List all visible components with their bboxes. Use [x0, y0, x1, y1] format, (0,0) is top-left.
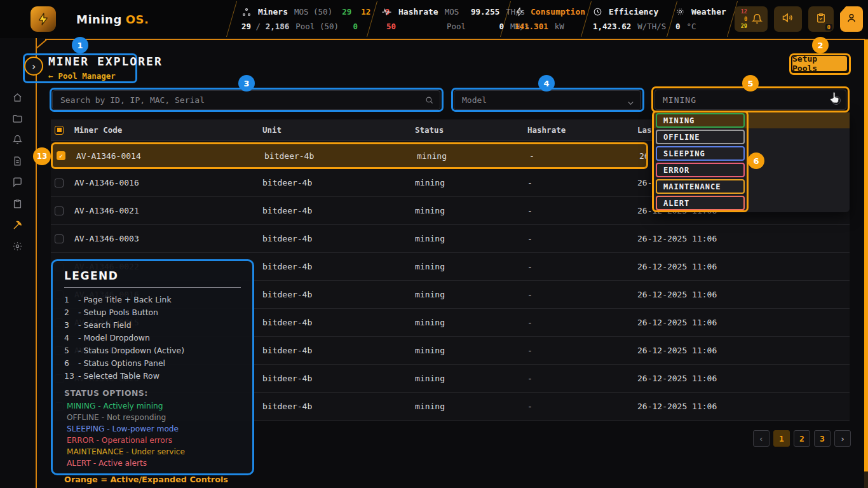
callout-badge-2: 2: [812, 37, 829, 53]
miners-total: 2,186: [266, 22, 290, 31]
legend-item: 1- Page Title + Back Link: [64, 294, 241, 306]
row-checkbox[interactable]: ✓: [57, 151, 65, 160]
callout-badge-6: 6: [748, 152, 764, 169]
sidebar-chat-icon[interactable]: [12, 177, 23, 190]
sidebar-settings-icon[interactable]: [12, 241, 23, 254]
status-option-sleeping[interactable]: SLEEPING: [656, 146, 745, 161]
bell-icon: [751, 13, 763, 27]
legend-item: 2- Setup Pools Button: [64, 306, 241, 319]
legend-status: ERROR - Operational errors: [64, 435, 241, 446]
header-divider: [226, 1, 237, 37]
miners-label: Miners: [258, 7, 288, 17]
tasks-badge: 0: [825, 24, 832, 30]
frame-bar-right: [864, 39, 868, 471]
miners-pool-green: 0: [345, 22, 358, 31]
sidebar-mining-icon[interactable]: [12, 219, 24, 233]
brand-name: Mining: [76, 13, 122, 26]
cell-unit: bitdeer-4b: [262, 290, 415, 299]
notification-count: 29: [737, 23, 747, 30]
brand-suffix: OS.: [126, 13, 149, 26]
pagination: ‹ 123 ›: [753, 430, 851, 447]
page-button-2[interactable]: 2: [794, 430, 810, 447]
notifications-button[interactable]: 12029: [735, 6, 768, 32]
weather-label: Weather: [691, 7, 726, 17]
sidebar-home-icon[interactable]: [12, 92, 23, 105]
callout-badge-5: 5: [742, 75, 759, 92]
cell-status: mining: [415, 402, 527, 411]
page-button-1[interactable]: 1: [773, 430, 790, 447]
status-option-offline[interactable]: OFFLINE: [656, 130, 745, 144]
cell-status: mining: [415, 318, 527, 327]
miners-mos-orange: 12: [358, 7, 370, 17]
indeterminate-mark: [57, 128, 62, 132]
sidebar-folder-icon[interactable]: [12, 113, 23, 126]
announcements-button[interactable]: [774, 6, 802, 32]
legend-status: MINING - Actively mining: [64, 400, 241, 412]
cell-status: mining: [415, 374, 527, 383]
sidebar-collapse-button[interactable]: ›: [24, 57, 43, 76]
table-row[interactable]: AV-A1346-0003bitdeer-4bmining-26-12-2025…: [51, 225, 850, 253]
miners-mos-green: 29: [339, 7, 351, 17]
next-page-button[interactable]: ›: [834, 430, 851, 447]
tasks-button[interactable]: 0: [808, 6, 834, 32]
weather-value: 0: [675, 22, 681, 31]
app-logo[interactable]: MiningOS.: [31, 6, 149, 32]
prev-page-button[interactable]: ‹: [753, 430, 770, 447]
search-field[interactable]: [52, 90, 440, 110]
search-input[interactable]: [53, 95, 440, 105]
status-option-maintenance[interactable]: MAINTENANCE: [656, 179, 745, 194]
status-option-error[interactable]: ERROR: [656, 163, 745, 177]
stat-hashrate: Hashrate MOS 99.255 TH/s Pool 0 MH/s: [381, 4, 529, 34]
callout-badge-13: 13: [33, 147, 51, 165]
cell-last-seen: 26-12-2025 11:06: [637, 262, 850, 271]
cell-last-seen: 26-12-2025 11:06: [637, 318, 850, 327]
sidebar-clipboard-icon[interactable]: [12, 198, 23, 212]
legend-panel: LEGEND 1- Page Title + Back Link2- Setup…: [51, 259, 254, 475]
cell-unit: bitdeer-4b: [264, 151, 417, 161]
row-checkbox[interactable]: [55, 179, 64, 187]
user-icon: [845, 11, 858, 27]
legend-divider: [64, 287, 241, 288]
sidebar-document-icon[interactable]: [12, 156, 23, 169]
page-button-3[interactable]: 3: [814, 430, 831, 447]
stat-consumption: Consumption 141.301 kW: [515, 4, 585, 34]
clipboard-check-icon: [815, 12, 827, 26]
hashrate-mos-value: 99.255: [465, 7, 499, 17]
status-dropdown[interactable]: MINING ✕: [654, 90, 846, 110]
cell-unit: bitdeer-4b: [262, 374, 415, 383]
cell-hashrate: -: [527, 290, 637, 299]
frame-line-corner: [35, 39, 46, 50]
hashrate-pool-label: Pool: [447, 22, 466, 31]
status-option-mining[interactable]: MINING: [656, 113, 745, 128]
cell-status: mining: [415, 290, 527, 299]
column-header-unit: Unit: [262, 125, 415, 135]
legend-status: OFFLINE - Not responding: [64, 412, 241, 423]
back-link-label: Pool Manager: [58, 71, 116, 81]
setup-pools-button[interactable]: Setup Pools: [792, 56, 847, 71]
status-value: MINING: [655, 95, 696, 105]
stat-weather: Weather 0 °C: [675, 4, 726, 34]
brand-text: MiningOS.: [76, 13, 149, 26]
hashrate-icon: [381, 6, 392, 17]
profile-button[interactable]: [840, 6, 863, 32]
cell-miner-code: AV-A1346-0021: [74, 206, 262, 215]
cell-last-seen: 26-12-2025 11:06: [637, 290, 850, 299]
select-all-checkbox[interactable]: [55, 126, 64, 135]
cell-hashrate: -: [527, 262, 637, 271]
legend-item: 3- Search Field: [64, 319, 241, 332]
row-checkbox[interactable]: [55, 234, 64, 243]
cell-last-seen: 26-12-2025 11:06: [639, 151, 646, 161]
back-link[interactable]: ← Pool Manager: [48, 71, 116, 81]
row-checkbox[interactable]: [55, 207, 64, 215]
model-input[interactable]: [454, 95, 641, 105]
cursor-hand-icon: [828, 91, 841, 107]
consumption-icon: [515, 7, 524, 17]
callout-badge-4: 4: [538, 75, 555, 92]
model-dropdown[interactable]: [454, 90, 641, 110]
sidebar-bell-icon[interactable]: [12, 134, 23, 147]
cell-status: mining: [415, 346, 527, 355]
efficiency-unit: W/TH/S: [637, 22, 666, 31]
table-row[interactable]: ✓AV-A1346-0014bitdeer-4bmining-26-12-202…: [51, 142, 648, 169]
cell-status: mining: [415, 178, 527, 187]
status-option-alert[interactable]: ALERT: [656, 196, 745, 210]
